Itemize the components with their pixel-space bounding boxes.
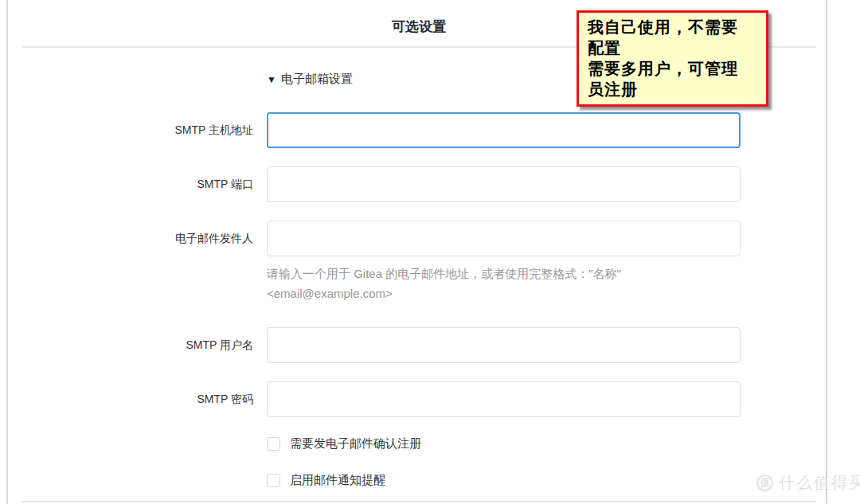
smtp-user-row: SMTP 用户名 [22,327,816,363]
smtp-host-label: SMTP 主机地址 [22,112,253,148]
mail-notify-label: 启用邮件通知提醒 [290,472,385,488]
email-from-help-line1: 请输入一个用于 Gitea 的电子邮件地址，或者使用完整格式："名称" [267,264,741,283]
smtp-password-label: SMTP 密码 [22,381,253,417]
smtp-password-row: SMTP 密码 [22,381,816,417]
mail-notify-row: 启用邮件通知提醒 [267,472,816,488]
smtp-port-row: SMTP 端口 [22,166,816,202]
annotation-line: 配置 [588,37,758,58]
email-from-help: 请输入一个用于 Gitea 的电子邮件地址，或者使用完整格式："名称" <ema… [267,264,741,303]
register-confirm-checkbox[interactable] [267,437,280,451]
panel-right-border [826,0,827,504]
smtp-user-label: SMTP 用户名 [22,327,253,363]
email-from-input[interactable] [267,221,741,256]
annotation-line: 需要多用户，可管理 [588,58,758,79]
mail-notify-checkbox[interactable] [267,474,280,487]
smtp-user-input[interactable] [267,327,741,363]
register-confirm-row: 需要发电子邮件确认注册 [267,436,816,451]
bottom-divider [22,501,816,502]
register-confirm-label: 需要发电子邮件确认注册 [290,436,421,451]
settings-page: 可选设置 ▼电子邮箱设置 SMTP 主机地址 SMTP 端口 电子邮件发件人 [0,0,860,504]
smtp-password-input[interactable] [267,381,741,417]
smzdm-logo-icon: 值 [756,475,773,491]
email-settings-title: 电子邮箱设置 [281,72,353,85]
annotation-callout: 我自己使用，不需要 配置 需要多用户，可管理 员注册 [577,10,768,107]
email-from-row: 电子邮件发件人 请输入一个用于 Gitea 的电子邮件地址，或者使用完整格式："… [22,221,816,309]
smzdm-watermark: 值 什么值得买 [756,472,860,494]
smtp-host-row: SMTP 主机地址 [22,112,816,148]
annotation-line: 员注册 [588,79,758,100]
smtp-form: SMTP 主机地址 SMTP 端口 电子邮件发件人 请输入一个用于 Gitea … [22,112,816,488]
annotation-line: 我自己使用，不需要 [588,17,758,37]
panel-left-border [6,0,8,504]
chevron-down-icon: ▼ [267,74,276,85]
smtp-port-label: SMTP 端口 [22,166,253,202]
email-from-label: 电子邮件发件人 [22,221,253,256]
watermark-text: 什么值得买 [779,472,860,494]
smtp-port-input[interactable] [267,166,741,202]
email-from-help-line2: <email@example.com> [267,283,741,303]
smtp-host-input[interactable] [267,112,741,148]
